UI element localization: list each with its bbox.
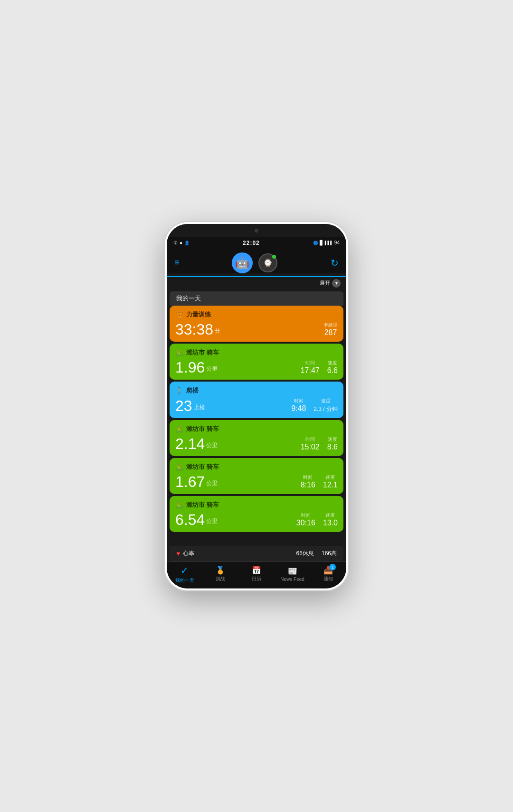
section-title: 我的一天 xyxy=(170,291,343,306)
notification-icon: ⑦ xyxy=(173,240,178,245)
cycling4-speed: 速度 13.0 xyxy=(323,512,338,527)
activities-list[interactable]: 🏋 力量训练 33:38 分 卡路里 287 🚴 xyxy=(167,306,346,546)
cycling1-speed: 速度 6.6 xyxy=(327,360,338,375)
status-time: 22:02 xyxy=(243,240,260,246)
cycling4-unit: 公里 xyxy=(206,517,218,525)
camera-dot xyxy=(255,229,258,233)
nav-today[interactable]: ✓ 我的一天 xyxy=(167,565,203,584)
nav-newsfeed[interactable]: 📰 News Feed xyxy=(275,567,311,582)
user-avatar[interactable]: 🤖 xyxy=(232,252,253,273)
stairs-value: 23 xyxy=(175,398,192,413)
cycling3-unit: 公里 xyxy=(206,479,218,487)
message-icon: ● xyxy=(180,240,182,245)
cycling2-time: 时间 15:02 xyxy=(301,436,320,451)
chevron-down-icon: ▾ xyxy=(335,280,338,286)
app-header: ≡ 🤖 ⌚ ↻ xyxy=(167,249,346,273)
cycling1-title: 潍坊市 骑车 xyxy=(186,348,219,357)
activity-card-stairs[interactable]: 🚶 爬楼 23 上楼 时间 9:48 速度 2.3 / 分钟 xyxy=(170,382,343,418)
nav-calendar[interactable]: 📅 日历 xyxy=(238,566,275,582)
phone-frame: ⑦ ● 👤 22:02 🔵 ▊ ▌▌▌ 94 ≡ 🤖 ⌚ xyxy=(164,221,349,591)
heart-high: 166高 xyxy=(322,550,337,558)
cycling2-icon: 🚴 xyxy=(175,425,183,433)
cycling2-value: 2.14 xyxy=(175,436,205,451)
notification-badge-wrap: 📥 1 xyxy=(323,566,333,575)
strength-unit: 分 xyxy=(215,327,220,335)
menu-button[interactable]: ≡ xyxy=(174,258,179,268)
cycling1-value: 1.96 xyxy=(175,360,205,375)
heart-rate-stats: 66休息 166高 xyxy=(296,550,337,558)
challenge-label: 挑战 xyxy=(216,576,225,582)
nav-notifications[interactable]: 📥 1 通知 xyxy=(310,566,346,582)
camera-bar xyxy=(167,224,346,237)
strength-value: 33:38 xyxy=(175,322,213,337)
bottom-navigation: ✓ 我的一天 🏅 挑战 📅 日历 📰 News Feed 📥 1 通 xyxy=(167,561,346,588)
newsfeed-label: News Feed xyxy=(280,577,304,582)
activity-card-cycling4[interactable]: 🚴 潍坊市 骑车 6.54 公里 时间 30:16 速度 13.0 xyxy=(170,496,343,532)
calendar-icon: 📅 xyxy=(252,566,261,575)
cycling3-icon: 🚴 xyxy=(175,463,183,471)
refresh-button[interactable]: ↻ xyxy=(331,257,339,269)
notifications-label: 通知 xyxy=(323,576,333,582)
status-right: 🔵 ▊ ▌▌▌ 94 xyxy=(313,240,340,245)
strength-title: 力量训练 xyxy=(186,310,211,319)
activity-card-cycling3[interactable]: 🚴 潍坊市 骑车 1.67 公里 时间 8:16 速度 12.1 xyxy=(170,458,343,494)
challenge-icon: 🏅 xyxy=(216,566,225,575)
bluetooth-icon: 🔵 xyxy=(313,241,318,245)
phone-screen: ⑦ ● 👤 22:02 🔵 ▊ ▌▌▌ 94 ≡ 🤖 ⌚ xyxy=(167,224,346,588)
cycling1-icon: 🚴 xyxy=(175,349,183,356)
strength-icon: 🏋 xyxy=(175,311,183,318)
cycling3-title: 潍坊市 骑车 xyxy=(186,463,219,471)
cycling2-title: 潍坊市 骑车 xyxy=(186,425,219,433)
watch-connected-dot xyxy=(272,255,276,259)
cycling3-value: 1.67 xyxy=(175,474,205,489)
today-icon: ✓ xyxy=(180,565,189,576)
cycling2-speed: 速度 8.6 xyxy=(327,436,338,451)
activity-card-cycling1[interactable]: 🚴 潍坊市 骑车 1.96 公里 时间 17:47 速度 6.6 xyxy=(170,344,343,380)
contact-icon: 👤 xyxy=(184,241,190,245)
heart-label: 心率 xyxy=(183,550,194,558)
cycling3-time: 时间 8:16 xyxy=(301,474,315,489)
header-center: 🤖 ⌚ xyxy=(232,252,277,273)
cycling4-title: 潍坊市 骑车 xyxy=(186,501,219,509)
watch-device[interactable]: ⌚ xyxy=(258,253,277,272)
stairs-time: 时间 9:48 xyxy=(291,398,306,413)
heart-resting: 66休息 xyxy=(296,550,314,558)
expand-bar[interactable]: 展开 ▾ xyxy=(167,277,346,289)
signal-icon: ▌▌▌ xyxy=(325,241,333,245)
heart-icon: ♥ xyxy=(176,550,180,557)
expand-button[interactable]: ▾ xyxy=(332,279,341,288)
stairs-unit: 上楼 xyxy=(194,403,205,411)
today-label: 我的一天 xyxy=(175,577,194,584)
stairs-title: 爬楼 xyxy=(186,386,199,395)
cycling1-unit: 公里 xyxy=(206,365,218,373)
strength-calories: 卡路里 287 xyxy=(323,322,338,337)
cycling4-icon: 🚴 xyxy=(175,501,183,509)
cycling1-time: 时间 17:47 xyxy=(301,360,320,375)
activity-card-strength[interactable]: 🏋 力量训练 33:38 分 卡路里 287 xyxy=(170,306,343,342)
wifi-icon: ▊ xyxy=(320,240,323,245)
calendar-label: 日历 xyxy=(252,576,261,582)
activity-card-cycling2[interactable]: 🚴 潍坊市 骑车 2.14 公里 时间 15:02 速度 8.6 xyxy=(170,420,343,456)
newsfeed-icon: 📰 xyxy=(288,567,297,576)
battery-level: 94 xyxy=(334,240,340,245)
cycling4-value: 6.54 xyxy=(175,512,205,527)
cycling4-time: 时间 30:16 xyxy=(296,512,315,527)
expand-text: 展开 xyxy=(320,280,330,287)
cycling3-speed: 速度 12.1 xyxy=(323,474,338,489)
nav-challenge[interactable]: 🏅 挑战 xyxy=(203,566,239,582)
stairs-speed: 速度 2.3 / 分钟 xyxy=(314,398,338,413)
notification-badge: 1 xyxy=(329,564,336,570)
status-bar: ⑦ ● 👤 22:02 🔵 ▊ ▌▌▌ 94 xyxy=(167,237,346,249)
heart-rate-bar[interactable]: ♥ 心率 66休息 166高 xyxy=(170,546,343,561)
status-left: ⑦ ● 👤 xyxy=(173,240,190,245)
stairs-icon: 🚶 xyxy=(175,387,183,394)
cycling2-unit: 公里 xyxy=(206,441,218,449)
